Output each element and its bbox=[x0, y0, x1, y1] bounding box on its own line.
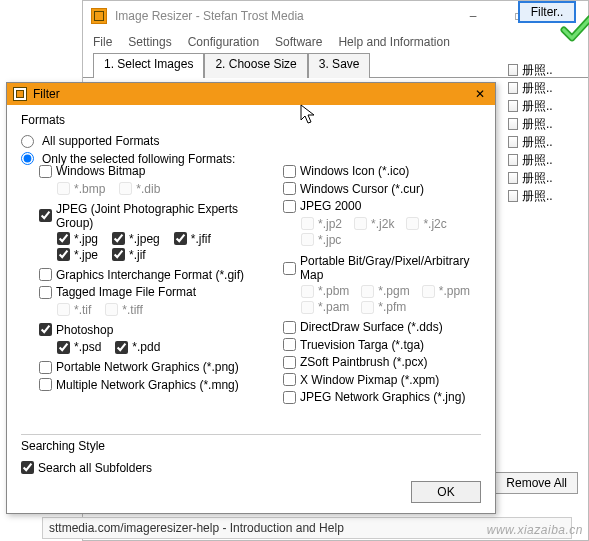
dialog-close-button[interactable]: ✕ bbox=[465, 87, 495, 101]
cb-tif: *.tif bbox=[57, 303, 91, 317]
cb-pbm: *.pbm bbox=[301, 284, 349, 298]
cb-jng[interactable]: JPEG Network Graphics (*.jng) bbox=[283, 390, 465, 404]
titlebar: Image Resizer - Stefan Trost Media – □ ✕ bbox=[83, 1, 588, 31]
cb-png[interactable]: Portable Network Graphics (*.png) bbox=[39, 360, 239, 374]
window-title: Image Resizer - Stefan Trost Media bbox=[115, 9, 304, 23]
cb-pcx[interactable]: ZSoft Paintbrush (*.pcx) bbox=[283, 355, 427, 369]
menubar: File Settings Configuration Software Hel… bbox=[83, 31, 588, 53]
cb-jif[interactable]: *.jif bbox=[112, 248, 146, 262]
cb-search-subfolders[interactable]: Search all Subfolders bbox=[21, 461, 152, 475]
dialog-title: Filter bbox=[33, 87, 60, 101]
menu-software[interactable]: Software bbox=[275, 35, 322, 49]
cb-mng[interactable]: Multiple Network Graphics (*.mng) bbox=[39, 378, 239, 392]
cb-jpg[interactable]: *.jpg bbox=[57, 232, 98, 246]
tab-select-images[interactable]: 1. Select Images bbox=[93, 53, 204, 78]
cb-jpeg[interactable]: *.jpeg bbox=[112, 232, 160, 246]
cb-jpeg-group[interactable]: JPEG (Joint Photographic Experts Group) bbox=[39, 202, 271, 230]
cb-j2c: *.j2c bbox=[406, 217, 446, 231]
file-list[interactable]: 册照.. 册照.. 册照.. 册照.. 册照.. 册照.. 册照.. 册照.. bbox=[508, 61, 578, 205]
app-icon bbox=[91, 8, 107, 24]
remove-all-button[interactable]: Remove All bbox=[495, 472, 578, 494]
radio-all-formats[interactable]: All supported Formats bbox=[21, 134, 159, 148]
help-strip: sttmedia.com/imageresizer-help - Introdu… bbox=[42, 517, 572, 539]
list-item: 册照.. bbox=[508, 79, 578, 97]
cb-psd[interactable]: *.psd bbox=[57, 340, 101, 354]
cb-jpeg2000[interactable]: JPEG 2000 bbox=[283, 199, 361, 213]
ok-button[interactable]: OK bbox=[411, 481, 481, 503]
filter-dialog: Filter ✕ Formats All supported Formats O… bbox=[6, 82, 496, 514]
cb-pgm: *.pgm bbox=[361, 284, 409, 298]
tab-choose-size[interactable]: 2. Choose Size bbox=[204, 53, 307, 78]
file-icon bbox=[508, 64, 518, 76]
list-item: 册照.. bbox=[508, 97, 578, 115]
cb-photoshop[interactable]: Photoshop bbox=[39, 323, 113, 337]
cb-windows-bitmap[interactable]: Windows Bitmap bbox=[39, 164, 145, 178]
cb-bmp: *.bmp bbox=[57, 182, 105, 196]
file-icon bbox=[508, 172, 518, 184]
cb-cur[interactable]: Windows Cursor (*.cur) bbox=[283, 182, 424, 196]
cb-jp2: *.jp2 bbox=[301, 217, 342, 231]
list-item: 册照.. bbox=[508, 133, 578, 151]
cb-dib: *.dib bbox=[119, 182, 160, 196]
tab-save[interactable]: 3. Save bbox=[308, 53, 371, 78]
file-icon bbox=[508, 154, 518, 166]
file-icon bbox=[508, 190, 518, 202]
cb-dds[interactable]: DirectDraw Surface (*.dds) bbox=[283, 320, 443, 334]
cb-portable-map[interactable]: Portable Bit/Gray/Pixel/Arbitrary Map bbox=[283, 254, 488, 282]
list-item: 册照.. bbox=[508, 115, 578, 133]
check-icon bbox=[560, 15, 589, 43]
file-icon bbox=[508, 82, 518, 94]
cb-pfm: *.pfm bbox=[361, 300, 406, 314]
cb-j2k: *.j2k bbox=[354, 217, 394, 231]
dialog-titlebar: Filter ✕ bbox=[7, 83, 495, 105]
file-icon bbox=[508, 118, 518, 130]
cb-jpe[interactable]: *.jpe bbox=[57, 248, 98, 262]
cb-xpm[interactable]: X Window Pixmap (*.xpm) bbox=[283, 373, 439, 387]
cb-pam: *.pam bbox=[301, 300, 349, 314]
list-item: 册照.. bbox=[508, 151, 578, 169]
cb-tiff-group[interactable]: Tagged Image File Format bbox=[39, 285, 196, 299]
minimize-button[interactable]: – bbox=[450, 1, 496, 31]
formats-label: Formats bbox=[21, 113, 481, 127]
list-item: 册照.. bbox=[508, 61, 578, 79]
file-icon bbox=[508, 100, 518, 112]
menu-settings[interactable]: Settings bbox=[128, 35, 171, 49]
list-item: 册照.. bbox=[508, 169, 578, 187]
menu-help[interactable]: Help and Information bbox=[338, 35, 449, 49]
cb-pdd[interactable]: *.pdd bbox=[115, 340, 160, 354]
menu-file[interactable]: File bbox=[93, 35, 112, 49]
menu-configuration[interactable]: Configuration bbox=[188, 35, 259, 49]
dialog-icon bbox=[13, 87, 27, 101]
cb-ppm: *.ppm bbox=[422, 284, 470, 298]
cb-gif[interactable]: Graphics Interchange Format (*.gif) bbox=[39, 268, 244, 282]
cb-jfif[interactable]: *.jfif bbox=[174, 232, 211, 246]
list-item: 册照.. bbox=[508, 187, 578, 205]
cb-tiff: *.tiff bbox=[105, 303, 142, 317]
cb-jpc: *.jpc bbox=[301, 233, 341, 247]
searching-style-label: Searching Style bbox=[21, 439, 105, 453]
cb-tga[interactable]: Truevision Targa (*.tga) bbox=[283, 338, 424, 352]
cb-ico[interactable]: Windows Icon (*.ico) bbox=[283, 164, 409, 178]
file-icon bbox=[508, 136, 518, 148]
